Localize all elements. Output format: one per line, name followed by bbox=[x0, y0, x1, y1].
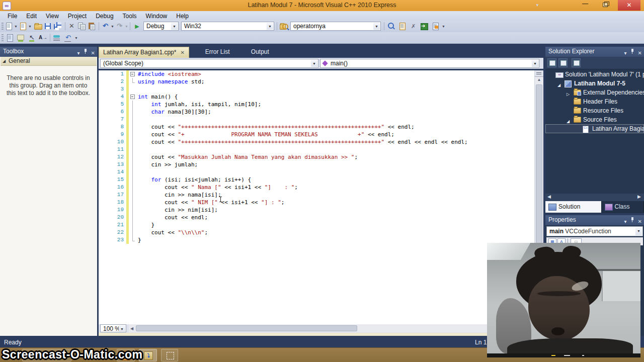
code-line-4[interactable]: 4int main() { bbox=[99, 93, 534, 101]
chevron-down-icon[interactable]: ▼ bbox=[635, 227, 642, 235]
editor-horizontal-scrollbar[interactable]: ◀ ▶ bbox=[129, 324, 542, 332]
code-line-17[interactable]: 17 cin >> nama[isi]; bbox=[99, 191, 534, 199]
editor-splitter-handle[interactable] bbox=[535, 70, 543, 77]
editor-zoom-combo[interactable]: 100 %▼ bbox=[100, 324, 126, 332]
scroll-left-icon[interactable]: ◀ bbox=[547, 194, 551, 199]
code-line-12[interactable]: 12 cout << "Masukkan Jumlah Nama Teman y… bbox=[99, 153, 534, 161]
toolbox-group-general[interactable]: General bbox=[1, 57, 97, 66]
menu-window[interactable]: Window bbox=[141, 12, 172, 20]
redo-dropdown-icon[interactable]: ▼ bbox=[125, 25, 128, 28]
toolbar-grip[interactable] bbox=[2, 34, 4, 42]
code-line-16[interactable]: 16 cout << " Nama [" << isi+1 << "] : "; bbox=[99, 184, 534, 191]
code-line-20[interactable]: 20 cout << endl; bbox=[99, 214, 534, 221]
properties-tool-icon[interactable] bbox=[547, 58, 556, 67]
add-item-dropdown-icon[interactable]: ▼ bbox=[28, 25, 32, 28]
code-line-21[interactable]: 21 } bbox=[99, 221, 534, 229]
redo-icon[interactable]: ↷ bbox=[115, 22, 124, 31]
toolbar-overflow-icon[interactable]: ▼ bbox=[442, 25, 445, 28]
code-line-1[interactable]: 1#include <iostream> bbox=[99, 70, 534, 78]
find-symbol-icon[interactable] bbox=[386, 22, 396, 31]
properties-window-icon[interactable] bbox=[431, 22, 440, 31]
menu-file[interactable]: File bbox=[3, 12, 22, 20]
parameter-info-icon[interactable] bbox=[16, 33, 26, 43]
code-line-18[interactable]: 18 cout << " NIM [" << isi+1 << "] : "; bbox=[99, 199, 534, 206]
properties-object-combo[interactable]: main VCCodeFunction ▼ bbox=[546, 226, 643, 236]
solution-configurations-combo[interactable]: Debug▼ bbox=[143, 22, 179, 31]
code-line-10[interactable]: 10 cout << "++++++++++++++++++++++++++++… bbox=[99, 138, 534, 146]
scroll-up-icon[interactable]: ▲ bbox=[535, 77, 543, 82]
new-project-dropdown-icon[interactable]: ▼ bbox=[14, 25, 18, 28]
tree-item-solution-latihan-modul-7-1-pro[interactable]: ∞Solution 'Latihan Modul 7' (1 pro bbox=[545, 70, 644, 79]
chevron-down-icon[interactable]: ▼ bbox=[373, 23, 380, 30]
chevron-down-icon[interactable]: ▼ bbox=[267, 23, 273, 30]
view-class-diagram-icon[interactable] bbox=[572, 58, 581, 67]
pin-icon[interactable] bbox=[630, 48, 634, 54]
save-all-icon[interactable] bbox=[53, 22, 63, 31]
tab-error-list[interactable]: Error List bbox=[201, 47, 234, 58]
menu-edit[interactable]: Edit bbox=[22, 12, 41, 20]
member-list-icon[interactable] bbox=[5, 33, 15, 43]
code-line-23[interactable]: 23} bbox=[99, 236, 534, 244]
document-list-chevron-icon[interactable]: ▼ bbox=[535, 3, 539, 8]
member-combo[interactable]: main()▼ bbox=[320, 59, 539, 68]
add-item-icon[interactable] bbox=[18, 22, 28, 31]
code-line-2[interactable]: 2using namespace std; bbox=[99, 78, 534, 85]
quick-info-icon[interactable]: ↖ bbox=[27, 33, 37, 43]
scroll-right-icon[interactable]: ▶ bbox=[637, 194, 641, 199]
solution-explorer-header[interactable]: Solution Explorer ▾✕ bbox=[545, 47, 644, 57]
menu-help[interactable]: Help bbox=[172, 12, 193, 20]
uncomment-lines-icon[interactable]: ↶ bbox=[63, 33, 73, 43]
code-line-19[interactable]: 19 cin >> nim[isi]; bbox=[99, 206, 534, 214]
word-completion-icon[interactable]: A→ bbox=[38, 33, 48, 43]
find-in-files-icon[interactable] bbox=[279, 22, 288, 31]
tab-latihan-array-bagian1-cpp-[interactable]: Latihan Array Bagian1.cpp*✕ bbox=[99, 47, 189, 58]
chevron-down-icon[interactable]: ▼ bbox=[532, 60, 538, 67]
fold-collapse-icon[interactable] bbox=[129, 70, 136, 78]
code-line-8[interactable]: 8 cout << "+++++++++++++++++++++++++++++… bbox=[99, 123, 534, 131]
pin-icon[interactable] bbox=[84, 48, 88, 54]
property-pages-icon[interactable] bbox=[397, 22, 407, 31]
find-combo[interactable]: operatornya▼ bbox=[290, 22, 381, 31]
menu-view[interactable]: View bbox=[41, 12, 63, 20]
code-line-22[interactable]: 22 cout << "\\n\\n"; bbox=[99, 229, 534, 236]
window-position-icon[interactable]: ▾ bbox=[624, 217, 627, 226]
fold-collapse-icon[interactable] bbox=[129, 93, 136, 101]
undo-dropdown-icon[interactable]: ▼ bbox=[111, 25, 114, 28]
new-project-icon[interactable] bbox=[4, 22, 14, 31]
scroll-left-icon[interactable]: ◀ bbox=[129, 326, 135, 331]
undo-icon[interactable]: ↶ bbox=[101, 22, 110, 31]
close-icon[interactable]: ✕ bbox=[180, 50, 184, 55]
code-line-6[interactable]: 6 char nama[30][30]; bbox=[99, 108, 534, 116]
tree-item-source-files[interactable]: ◢Source Files bbox=[545, 115, 644, 124]
code-line-9[interactable]: 9 cout << "+ PROGRAM NAMA TEMAN SEKELAS … bbox=[99, 131, 534, 138]
tree-item-resource-files[interactable]: Resource Files bbox=[545, 106, 644, 115]
save-icon[interactable] bbox=[43, 22, 53, 31]
tab-solution-explorer[interactable]: Solution Explorer bbox=[545, 201, 602, 213]
code-line-3[interactable]: 3 bbox=[99, 85, 534, 93]
code-line-15[interactable]: 15 for (isi; isi<jumlah; isi++) { bbox=[99, 176, 534, 184]
menu-tools[interactable]: Tools bbox=[118, 12, 141, 20]
open-file-icon[interactable] bbox=[33, 22, 43, 31]
close-icon[interactable]: ✕ bbox=[638, 217, 642, 226]
pin-icon[interactable] bbox=[630, 217, 634, 222]
show-all-files-icon[interactable] bbox=[558, 58, 568, 67]
copy-icon[interactable] bbox=[77, 22, 87, 31]
code-line-5[interactable]: 5 int jumlah, isi, tampil, nim[10]; bbox=[99, 101, 534, 108]
options-icon[interactable]: ✗ bbox=[409, 22, 418, 31]
tab-class-view[interactable]: Class View bbox=[602, 201, 644, 213]
tree-item-header-files[interactable]: Header Files bbox=[545, 97, 644, 106]
chevron-down-icon[interactable]: ▼ bbox=[171, 23, 178, 30]
cut-icon[interactable]: ✕ bbox=[67, 22, 76, 31]
restore-button[interactable] bbox=[597, 0, 614, 10]
comment-lines-icon[interactable] bbox=[52, 33, 62, 43]
toolbar-overflow-icon[interactable]: ▼ bbox=[74, 36, 78, 40]
chevron-down-icon[interactable]: ▼ bbox=[311, 60, 317, 67]
toolbox-header[interactable]: Toolbox ▾✕ bbox=[0, 47, 97, 57]
code-line-7[interactable]: 7 bbox=[99, 116, 534, 123]
code-line-14[interactable]: 14 bbox=[99, 168, 534, 176]
chevron-down-icon[interactable]: ▼ bbox=[119, 325, 125, 331]
solution-explorer-hscrollbar[interactable]: ◀▶ bbox=[545, 194, 644, 201]
scope-combo[interactable]: (Global Scope)▼ bbox=[100, 59, 318, 68]
code-editor[interactable]: 1#include <iostream>2using namespace std… bbox=[99, 70, 534, 324]
tab-output[interactable]: Output bbox=[247, 47, 273, 58]
